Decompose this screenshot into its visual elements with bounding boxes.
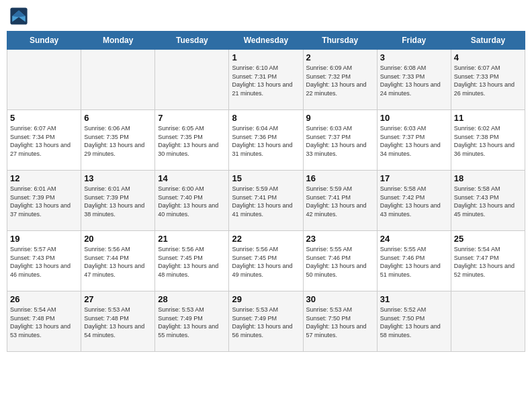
calendar-day-20: 20Sunrise: 5:56 AM Sunset: 7:44 PM Dayli… bbox=[81, 231, 155, 291]
day-number: 24 bbox=[380, 234, 448, 244]
day-number: 28 bbox=[158, 294, 226, 304]
day-number: 14 bbox=[158, 173, 226, 183]
day-detail: Sunrise: 6:01 AM Sunset: 7:39 PM Dayligh… bbox=[84, 185, 152, 218]
page-header bbox=[7, 7, 525, 26]
day-detail: Sunrise: 6:00 AM Sunset: 7:40 PM Dayligh… bbox=[158, 185, 226, 218]
calendar-day-19: 19Sunrise: 5:57 AM Sunset: 7:43 PM Dayli… bbox=[7, 231, 81, 291]
column-header-wednesday: Wednesday bbox=[229, 32, 303, 50]
day-number: 4 bbox=[454, 52, 522, 62]
day-number: 10 bbox=[380, 113, 448, 123]
day-number: 9 bbox=[306, 113, 374, 123]
day-number: 31 bbox=[380, 294, 448, 304]
calendar-day-2: 2Sunrise: 6:09 AM Sunset: 7:32 PM Daylig… bbox=[303, 50, 377, 110]
calendar-day-28: 28Sunrise: 5:53 AM Sunset: 7:49 PM Dayli… bbox=[155, 291, 229, 352]
calendar-day-23: 23Sunrise: 5:55 AM Sunset: 7:46 PM Dayli… bbox=[303, 231, 377, 291]
calendar-week-3: 12Sunrise: 6:01 AM Sunset: 7:39 PM Dayli… bbox=[7, 171, 525, 231]
day-detail: Sunrise: 6:06 AM Sunset: 7:35 PM Dayligh… bbox=[84, 124, 152, 158]
day-detail: Sunrise: 5:58 AM Sunset: 7:43 PM Dayligh… bbox=[454, 185, 522, 218]
day-detail: Sunrise: 5:53 AM Sunset: 7:48 PM Dayligh… bbox=[84, 306, 152, 339]
column-header-saturday: Saturday bbox=[451, 32, 525, 50]
day-detail: Sunrise: 6:05 AM Sunset: 7:35 PM Dayligh… bbox=[158, 124, 226, 158]
day-detail: Sunrise: 6:01 AM Sunset: 7:39 PM Dayligh… bbox=[10, 185, 78, 218]
day-detail: Sunrise: 5:55 AM Sunset: 7:46 PM Dayligh… bbox=[306, 245, 374, 279]
day-number: 19 bbox=[10, 234, 78, 244]
column-header-friday: Friday bbox=[377, 32, 451, 50]
calendar-day-24: 24Sunrise: 5:55 AM Sunset: 7:46 PM Dayli… bbox=[377, 231, 451, 291]
day-detail: Sunrise: 6:07 AM Sunset: 7:34 PM Dayligh… bbox=[10, 124, 78, 158]
day-number: 26 bbox=[10, 294, 78, 304]
day-number: 21 bbox=[158, 234, 226, 244]
calendar-table: SundayMondayTuesdayWednesdayThursdayFrid… bbox=[7, 31, 525, 352]
calendar-day-empty bbox=[81, 50, 155, 110]
calendar-week-4: 19Sunrise: 5:57 AM Sunset: 7:43 PM Dayli… bbox=[7, 231, 525, 291]
column-header-sunday: Sunday bbox=[7, 32, 81, 50]
day-number: 18 bbox=[454, 173, 522, 183]
day-detail: Sunrise: 5:54 AM Sunset: 7:47 PM Dayligh… bbox=[454, 245, 522, 279]
day-number: 2 bbox=[306, 52, 374, 62]
calendar-week-1: 1Sunrise: 6:10 AM Sunset: 7:31 PM Daylig… bbox=[7, 50, 525, 110]
day-number: 16 bbox=[306, 173, 374, 183]
day-number: 5 bbox=[10, 113, 78, 123]
day-number: 6 bbox=[84, 113, 152, 123]
calendar-day-5: 5Sunrise: 6:07 AM Sunset: 7:34 PM Daylig… bbox=[7, 110, 81, 171]
calendar-day-27: 27Sunrise: 5:53 AM Sunset: 7:48 PM Dayli… bbox=[81, 291, 155, 352]
day-detail: Sunrise: 6:03 AM Sunset: 7:37 PM Dayligh… bbox=[306, 124, 374, 158]
calendar-day-18: 18Sunrise: 5:58 AM Sunset: 7:43 PM Dayli… bbox=[451, 171, 525, 231]
calendar-day-7: 7Sunrise: 6:05 AM Sunset: 7:35 PM Daylig… bbox=[155, 110, 229, 171]
day-detail: Sunrise: 6:10 AM Sunset: 7:31 PM Dayligh… bbox=[232, 64, 300, 97]
calendar-header: SundayMondayTuesdayWednesdayThursdayFrid… bbox=[7, 32, 525, 50]
calendar-day-12: 12Sunrise: 6:01 AM Sunset: 7:39 PM Dayli… bbox=[7, 171, 81, 231]
calendar-day-21: 21Sunrise: 5:56 AM Sunset: 7:45 PM Dayli… bbox=[155, 231, 229, 291]
day-number: 25 bbox=[454, 234, 522, 244]
day-detail: Sunrise: 5:59 AM Sunset: 7:41 PM Dayligh… bbox=[232, 185, 300, 218]
calendar-day-17: 17Sunrise: 5:58 AM Sunset: 7:42 PM Dayli… bbox=[377, 171, 451, 231]
logo-icon bbox=[9, 7, 28, 26]
calendar-day-14: 14Sunrise: 6:00 AM Sunset: 7:40 PM Dayli… bbox=[155, 171, 229, 231]
calendar-day-empty bbox=[155, 50, 229, 110]
day-number: 17 bbox=[380, 173, 448, 183]
day-number: 3 bbox=[380, 52, 448, 62]
calendar-day-empty bbox=[451, 291, 525, 352]
day-detail: Sunrise: 6:09 AM Sunset: 7:32 PM Dayligh… bbox=[306, 64, 374, 97]
calendar-day-empty bbox=[7, 50, 81, 110]
calendar-day-3: 3Sunrise: 6:08 AM Sunset: 7:33 PM Daylig… bbox=[377, 50, 451, 110]
day-detail: Sunrise: 5:53 AM Sunset: 7:49 PM Dayligh… bbox=[158, 306, 226, 339]
day-detail: Sunrise: 6:04 AM Sunset: 7:36 PM Dayligh… bbox=[232, 124, 300, 158]
calendar-day-11: 11Sunrise: 6:02 AM Sunset: 7:38 PM Dayli… bbox=[451, 110, 525, 171]
day-number: 20 bbox=[84, 234, 152, 244]
day-number: 23 bbox=[306, 234, 374, 244]
column-header-monday: Monday bbox=[81, 32, 155, 50]
calendar-day-9: 9Sunrise: 6:03 AM Sunset: 7:37 PM Daylig… bbox=[303, 110, 377, 171]
logo bbox=[9, 7, 31, 26]
day-detail: Sunrise: 5:53 AM Sunset: 7:50 PM Dayligh… bbox=[306, 306, 374, 339]
day-detail: Sunrise: 6:07 AM Sunset: 7:33 PM Dayligh… bbox=[454, 64, 522, 97]
calendar-day-31: 31Sunrise: 5:52 AM Sunset: 7:50 PM Dayli… bbox=[377, 291, 451, 352]
calendar-body: 1Sunrise: 6:10 AM Sunset: 7:31 PM Daylig… bbox=[7, 50, 525, 352]
calendar-week-5: 26Sunrise: 5:54 AM Sunset: 7:48 PM Dayli… bbox=[7, 291, 525, 352]
calendar-day-25: 25Sunrise: 5:54 AM Sunset: 7:47 PM Dayli… bbox=[451, 231, 525, 291]
day-number: 1 bbox=[232, 52, 300, 62]
calendar-day-1: 1Sunrise: 6:10 AM Sunset: 7:31 PM Daylig… bbox=[229, 50, 303, 110]
day-detail: Sunrise: 5:53 AM Sunset: 7:49 PM Dayligh… bbox=[232, 306, 300, 339]
day-detail: Sunrise: 5:54 AM Sunset: 7:48 PM Dayligh… bbox=[10, 306, 78, 339]
calendar-day-26: 26Sunrise: 5:54 AM Sunset: 7:48 PM Dayli… bbox=[7, 291, 81, 352]
day-number: 27 bbox=[84, 294, 152, 304]
column-header-tuesday: Tuesday bbox=[155, 32, 229, 50]
day-detail: Sunrise: 6:08 AM Sunset: 7:33 PM Dayligh… bbox=[380, 64, 448, 97]
calendar-day-15: 15Sunrise: 5:59 AM Sunset: 7:41 PM Dayli… bbox=[229, 171, 303, 231]
calendar-day-4: 4Sunrise: 6:07 AM Sunset: 7:33 PM Daylig… bbox=[451, 50, 525, 110]
day-detail: Sunrise: 5:55 AM Sunset: 7:46 PM Dayligh… bbox=[380, 245, 448, 279]
day-number: 15 bbox=[232, 173, 300, 183]
column-header-thursday: Thursday bbox=[303, 32, 377, 50]
calendar-day-8: 8Sunrise: 6:04 AM Sunset: 7:36 PM Daylig… bbox=[229, 110, 303, 171]
calendar-day-16: 16Sunrise: 5:59 AM Sunset: 7:41 PM Dayli… bbox=[303, 171, 377, 231]
day-number: 13 bbox=[84, 173, 152, 183]
day-detail: Sunrise: 6:02 AM Sunset: 7:38 PM Dayligh… bbox=[454, 124, 522, 158]
day-number: 8 bbox=[232, 113, 300, 123]
day-detail: Sunrise: 5:59 AM Sunset: 7:41 PM Dayligh… bbox=[306, 185, 374, 218]
calendar-day-29: 29Sunrise: 5:53 AM Sunset: 7:49 PM Dayli… bbox=[229, 291, 303, 352]
calendar-day-30: 30Sunrise: 5:53 AM Sunset: 7:50 PM Dayli… bbox=[303, 291, 377, 352]
day-detail: Sunrise: 5:57 AM Sunset: 7:43 PM Dayligh… bbox=[10, 245, 78, 279]
day-number: 29 bbox=[232, 294, 300, 304]
day-detail: Sunrise: 5:58 AM Sunset: 7:42 PM Dayligh… bbox=[380, 185, 448, 218]
